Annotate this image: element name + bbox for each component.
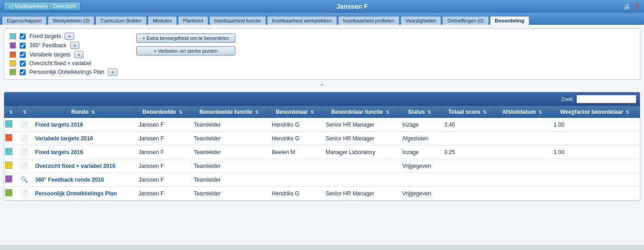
tab-vaardigheden[interactable]: Vaardigheden <box>400 16 442 25</box>
row-beoordeelde-0: Janssen F <box>135 118 190 132</box>
col-status[interactable]: Status ⇅ <box>399 106 441 118</box>
table-row: 📄 Fixed targets 2016 Janssen F Teamleide… <box>4 118 640 132</box>
ronde-link-2[interactable]: Fixed targets 2016 <box>35 149 83 156</box>
add-feedback-btn[interactable]: + <box>70 42 79 49</box>
row-beoordelaar-5: Hendriks G <box>268 187 322 200</box>
ronde-link-0[interactable]: Fixed targets 2016 <box>35 122 83 128</box>
row-weegfactor-3 <box>550 159 639 173</box>
tab-inzetbaarheid-werkplekken[interactable]: Inzetbaarheid werkplekken <box>267 16 337 25</box>
ronde-link-5[interactable]: Persoonlijk Ontwikkelings Plan <box>35 190 117 197</box>
col-totaal-score[interactable]: Totaal score ⇅ <box>441 106 494 118</box>
collapse-button[interactable]: ⌃ <box>319 83 325 90</box>
row-totaal-score-2: 3.25 <box>441 145 494 159</box>
row-status-2: Inzage <box>399 145 441 159</box>
table-row: 🔍 360° Feedback ronde 2016 Janssen F Tea… <box>4 173 640 187</box>
tab-werkplekken[interactable]: Werkplekken (3) <box>48 16 94 25</box>
col-beoordeelde-functie[interactable]: Beoordeelde functie ⇅ <box>190 106 268 118</box>
row-beoordelaar-4 <box>268 173 322 187</box>
ronde-link-1[interactable]: Variabele targets 2016 <box>35 135 93 142</box>
row-beoordeelde-functie-4: Teamleider <box>190 173 268 187</box>
print-icon[interactable]: 🖨 <box>623 3 630 10</box>
col-beoordeelde[interactable]: Beoordeelde ⇅ <box>135 106 190 118</box>
search-row-icon[interactable]: 🔍 <box>21 176 28 183</box>
legend-items: Fixed targets + 360° Feedback + Variabel… <box>10 33 129 76</box>
row-totaal-score-4 <box>441 173 494 187</box>
row-afsluitdatum-4 <box>494 173 550 187</box>
legend-row-variabele: Variabele targets + <box>10 51 129 58</box>
legend-row-fixed-targets: Fixed targets + <box>10 33 129 40</box>
checkbox-variabele[interactable] <box>20 52 26 58</box>
row-beoordeelde-functie-0: Teamleider <box>190 118 268 132</box>
color-variabele <box>10 51 16 58</box>
sort-afsluitdatum: ⇅ <box>539 110 542 115</box>
add-pop-btn[interactable]: + <box>108 68 117 76</box>
row-icon-cell-2: 📄 <box>17 145 32 159</box>
extra-bevoegdheid-button[interactable]: + Extra bevoegdheid om te beoordelen <box>136 33 235 43</box>
col-sort1[interactable]: ⇅ <box>4 106 17 118</box>
row-icon-cell-0: 📄 <box>17 118 32 132</box>
checkbox-pop[interactable] <box>20 69 26 75</box>
checkbox-fixed-targets[interactable] <box>20 33 26 39</box>
row-status-5: Vrijgegeven <box>399 187 441 200</box>
row-beoordelaar-functie-2: Manager Laboratory <box>322 145 399 159</box>
legend-row-feedback: 360° Feedback + <box>10 42 129 49</box>
add-fixed-targets-btn[interactable]: + <box>65 33 74 40</box>
doc-row-icon[interactable]: 📄 <box>21 190 28 197</box>
color-pop <box>10 69 16 75</box>
add-variabele-btn[interactable]: + <box>74 51 83 58</box>
tab-ontheffingen[interactable]: Ontheffingen (0) <box>442 16 489 25</box>
color-indicator-1 <box>5 134 12 141</box>
row-beoordelaar-functie-5: Senior HR Manager <box>322 187 399 200</box>
legend-row-overzicht: Overzicht fixed + variabel <box>10 60 129 67</box>
col-beoordelaar-functie[interactable]: Beoordelaar functie ⇅ <box>322 106 399 118</box>
label-fixed-targets: Fixed targets <box>29 33 61 39</box>
help-icon[interactable]: ❓ <box>633 3 640 10</box>
row-beoordelaar-0: Hendriks G <box>268 118 322 132</box>
doc-row-icon[interactable]: 📄 <box>21 149 28 156</box>
search-input[interactable] <box>577 95 636 103</box>
tab-curriculum-builder[interactable]: Curriculum Builder <box>95 16 147 25</box>
color-overzicht <box>10 60 16 67</box>
row-icon-cell-4: 🔍 <box>17 173 32 187</box>
row-totaal-score-1 <box>441 132 494 145</box>
row-ronde-4: 360° Feedback ronde 2016 <box>32 173 135 187</box>
row-afsluitdatum-0 <box>494 118 550 132</box>
tab-inzetbaarheid-functie[interactable]: Inzetbaarheid functie <box>209 16 266 25</box>
row-icon-cell-1: 📄 <box>17 132 32 145</box>
row-beoordeelde-3: Janssen F <box>135 159 190 173</box>
tab-beoordeling[interactable]: Beoordeling <box>490 16 529 25</box>
row-afsluitdatum-5 <box>494 187 550 200</box>
tab-inzetbaarheid-profielen[interactable]: Inzetbaarheid profielen <box>338 16 400 25</box>
tab-eigenschappen[interactable]: Eigenschappen <box>2 16 47 25</box>
col-afsluitdatum[interactable]: Afsluitdatum ⇅ <box>494 106 550 118</box>
table-header-row: ⇅ ⇅ Ronde ⇅ Beoordeelde ⇅ Beoordeelde fu… <box>4 106 640 118</box>
row-beoordelaar-functie-1: Senior HR Manager <box>322 132 399 145</box>
tab-bar: Eigenschappen Werkplekken (3) Curriculum… <box>0 13 644 25</box>
doc-row-icon[interactable]: 📄 <box>21 162 28 169</box>
ronde-link-3[interactable]: Overzicht fixed + variabel 2016 <box>35 163 116 169</box>
col-sort2[interactable]: ⇅ <box>17 106 32 118</box>
checkbox-feedback[interactable] <box>20 43 26 49</box>
row-icon-cell-3: 📄 <box>17 159 32 173</box>
col-ronde[interactable]: Ronde ⇅ <box>32 106 135 118</box>
col-beoordelaar[interactable]: Beoordelaar ⇅ <box>268 106 322 118</box>
sort-totaal-score: ⇅ <box>483 110 487 115</box>
color-indicator-0 <box>5 120 12 128</box>
ronde-link-4[interactable]: 360° Feedback ronde 2016 <box>35 177 104 183</box>
sort-beoordeelde-functie: ⇅ <box>255 110 259 115</box>
sort-ronde: ⇅ <box>91 110 95 115</box>
row-status-1: Afgesloten <box>399 132 441 145</box>
checkbox-overzicht[interactable] <box>20 61 26 67</box>
row-totaal-score-0: 3.40 <box>441 118 494 132</box>
table-row: 📄 Fixed targets 2016 Janssen F Teamleide… <box>4 145 640 159</box>
col-weegfactor[interactable]: Weegfactor beoordelaar ⇅ <box>550 106 639 118</box>
row-ronde-1: Variabele targets 2016 <box>32 132 135 145</box>
tab-planbord[interactable]: Planbord <box>178 16 208 25</box>
row-beoordeelde-2: Janssen F <box>135 145 190 159</box>
tab-modules[interactable]: Modules <box>148 16 177 25</box>
doc-row-icon[interactable]: 📄 <box>21 121 28 128</box>
back-button[interactable]: ◁ Medewerkers - Overzicht <box>4 2 81 11</box>
label-variabele: Variabele targets <box>29 51 71 58</box>
verbeter-punten-button[interactable]: + Verbeter- en sterke punten <box>136 46 235 56</box>
doc-row-icon[interactable]: 📄 <box>21 135 28 142</box>
